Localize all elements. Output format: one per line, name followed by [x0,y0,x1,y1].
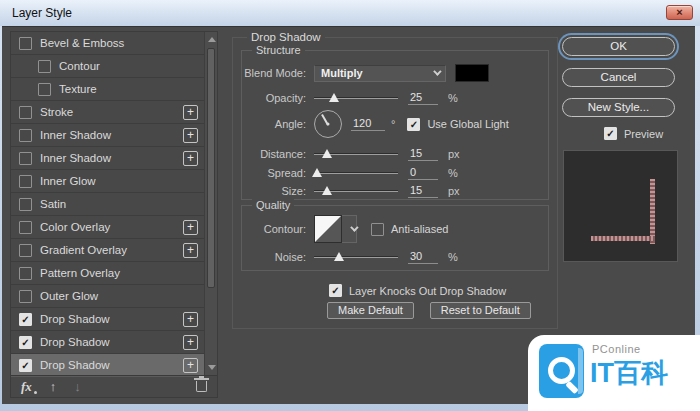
noise-unit: % [448,251,458,263]
move-effect-up-icon[interactable]: ↑ [50,379,57,394]
angle-input[interactable]: 120 [351,117,385,131]
add-effect-icon[interactable]: + [183,335,198,350]
quality-group: Quality Contour: Anti-aliased No [241,205,549,271]
sidebar-item-drop-shadow[interactable]: ✓Drop Shadow+ [11,331,204,354]
effect-checkbox[interactable] [19,267,32,280]
slider-thumb[interactable] [322,149,332,158]
make-default-button[interactable]: Make Default [327,302,414,319]
sidebar-item-bevel-emboss[interactable]: Bevel & Emboss [11,32,204,55]
effect-checkbox[interactable] [19,198,32,211]
sidebar-item-label: Inner Shadow [40,129,111,141]
effect-checkbox[interactable] [19,106,32,119]
sidebar-item-drop-shadow[interactable]: ✓Drop Shadow+ [11,308,204,331]
sidebar-item-satin[interactable]: Satin [11,193,204,216]
size-slider[interactable] [314,185,398,197]
add-effect-icon[interactable]: + [183,128,198,143]
spread-slider[interactable] [314,167,398,179]
drop-shadow-frame: Drop Shadow Structure Blend Mode: Multip… [232,37,558,329]
ok-button[interactable]: OK [562,37,675,56]
sidebar-item-texture[interactable]: Texture [11,78,204,101]
sidebar-item-stroke[interactable]: Stroke+ [11,101,204,124]
add-effect-icon[interactable]: + [183,312,198,327]
sidebar-item-gradient-overlay[interactable]: Gradient Overlay+ [11,239,204,262]
noise-slider[interactable] [314,251,398,263]
slider-thumb[interactable] [312,168,322,177]
effect-checkbox[interactable] [38,60,51,73]
anti-aliased-checkbox[interactable] [371,223,384,236]
spread-unit: % [448,167,458,179]
sidebar-item-label: Drop Shadow [40,336,110,348]
angle-dial[interactable] [314,110,342,138]
layer-knocks-out-checkbox[interactable]: ✓ [329,284,342,297]
effects-sidebar: Bevel & EmbossContourTextureStroke+Inner… [10,31,218,398]
effect-checkbox[interactable]: ✓ [19,336,32,349]
slider-thumb[interactable] [334,252,344,261]
angle-unit: ° [391,118,395,130]
contour-dropdown[interactable] [342,215,357,243]
cancel-button[interactable]: Cancel [562,68,675,87]
sidebar-item-label: Bevel & Emboss [40,37,124,49]
effect-checkbox[interactable] [38,83,51,96]
effect-checkbox[interactable]: ✓ [19,359,32,372]
sidebar-item-label: Inner Glow [40,175,96,187]
sidebar-item-inner-shadow[interactable]: Inner Shadow+ [11,124,204,147]
sidebar-item-inner-glow[interactable]: Inner Glow [11,170,204,193]
opacity-input[interactable]: 25 [408,91,438,105]
add-effect-icon[interactable]: + [183,105,198,120]
shadow-color-swatch[interactable] [455,64,489,82]
distance-slider[interactable] [314,148,398,160]
effect-checkbox[interactable] [19,290,32,303]
scroll-up-icon[interactable] [208,37,216,42]
sidebar-item-pattern-overlay[interactable]: Pattern Overlay [11,262,204,285]
titlebar[interactable]: Layer Style × [0,0,700,26]
slider-thumb[interactable] [322,186,332,195]
scrollbar-thumb[interactable] [207,48,215,288]
pconline-logo: PConline IT百科 [528,335,700,411]
close-icon[interactable]: × [666,5,693,20]
effect-checkbox[interactable] [19,221,32,234]
move-effect-down-icon[interactable]: ↓ [74,379,81,394]
sidebar-item-inner-shadow[interactable]: Inner Shadow+ [11,147,204,170]
noise-input[interactable]: 30 [408,250,438,264]
sidebar-item-label: Stroke [40,106,73,118]
effect-checkbox[interactable] [19,152,32,165]
add-effect-icon[interactable]: + [183,220,198,235]
preview-label: Preview [624,128,663,140]
add-effect-icon[interactable]: + [183,358,198,373]
style-preview-thumbnail [563,150,678,262]
sidebar-item-contour[interactable]: Contour [11,55,204,78]
blend-mode-value: Multiply [321,67,363,79]
preview-checkbox[interactable]: ✓ [604,127,617,140]
layer-knocks-out-label: Layer Knocks Out Drop Shadow [349,285,506,297]
slider-thumb[interactable] [329,93,339,102]
blend-mode-select[interactable]: Multiply [314,65,446,82]
effect-checkbox[interactable] [19,244,32,257]
structure-legend: Structure [252,44,305,56]
fx-menu-icon[interactable]: fx [21,379,32,395]
new-style-button[interactable]: New Style... [562,98,675,117]
sidebar-item-drop-shadow[interactable]: ✓Drop Shadow+ [11,354,204,377]
add-effect-icon[interactable]: + [183,243,198,258]
effect-checkbox[interactable]: ✓ [19,313,32,326]
effect-checkbox[interactable] [19,129,32,142]
use-global-light-checkbox[interactable]: ✓ [407,118,420,131]
effect-checkbox[interactable] [19,37,32,50]
reset-default-button[interactable]: Reset to Default [430,302,531,319]
sidebar-item-label: Inner Shadow [40,152,111,164]
sidebar-item-label: Outer Glow [40,290,98,302]
sidebar-item-color-overlay[interactable]: Color Overlay+ [11,216,204,239]
delete-effect-icon[interactable] [196,381,207,392]
effect-checkbox[interactable] [19,175,32,188]
contour-label: Contour: [242,223,306,235]
opacity-slider[interactable] [314,92,398,104]
sidebar-item-label: Gradient Overlay [40,244,127,256]
sidebar-item-label: Drop Shadow [40,359,110,371]
size-input[interactable]: 15 [408,184,438,198]
add-effect-icon[interactable]: + [183,151,198,166]
spread-input[interactable]: 0 [408,166,438,180]
sidebar-item-outer-glow[interactable]: Outer Glow [11,285,204,308]
anti-aliased-label: Anti-aliased [391,223,448,235]
scroll-down-icon[interactable] [208,365,216,370]
contour-picker[interactable] [314,215,342,243]
distance-input[interactable]: 15 [408,147,438,161]
